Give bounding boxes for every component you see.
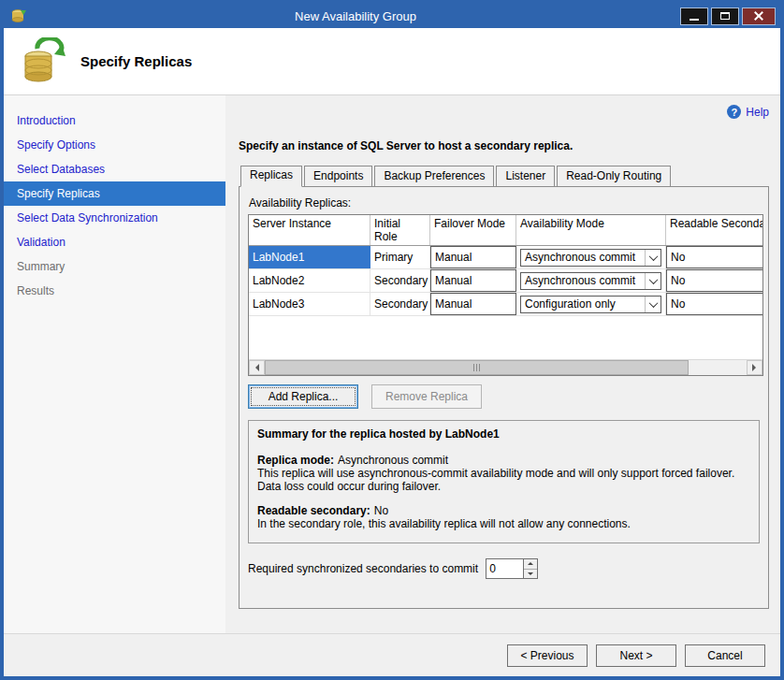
availability-group-icon bbox=[19, 37, 65, 86]
tab-endpoints[interactable]: Endpoints bbox=[304, 166, 372, 187]
availability-mode-dropdown[interactable]: Asynchronous commit bbox=[520, 249, 661, 267]
add-replica-button[interactable]: Add Replica... bbox=[248, 384, 358, 409]
scroll-left-button[interactable] bbox=[249, 360, 265, 375]
cell-server-instance[interactable]: LabNode1 bbox=[249, 246, 370, 268]
cell-readable-secondary[interactable]: No bbox=[666, 269, 763, 292]
cell-initial-role[interactable]: Secondary bbox=[370, 269, 430, 292]
grid-empty-area bbox=[249, 316, 763, 359]
cell-initial-role[interactable]: Primary bbox=[370, 246, 430, 268]
replica-row-labnode1[interactable]: LabNode1 Primary Manual Asynchronous com… bbox=[249, 246, 763, 269]
window-title: New Availability Group bbox=[31, 9, 680, 23]
required-secondaries-input[interactable] bbox=[486, 558, 523, 579]
cell-server-instance[interactable]: LabNode3 bbox=[249, 293, 370, 315]
replicas-tab-panel: Availability Replicas: Server Instance I… bbox=[239, 186, 769, 609]
cell-initial-role[interactable]: Secondary bbox=[370, 293, 430, 315]
chevron-down-icon[interactable] bbox=[645, 297, 661, 312]
replica-summary-panel: Summary for the replica hosted by LabNod… bbox=[248, 420, 760, 543]
required-secondaries-stepper bbox=[486, 558, 538, 579]
help-icon: ? bbox=[727, 105, 741, 119]
wizard-steps-sidebar: Introduction Specify Options Select Data… bbox=[4, 95, 225, 633]
replica-row-labnode3[interactable]: LabNode3 Secondary Manual Configuration … bbox=[249, 293, 763, 316]
tab-backup-preferences[interactable]: Backup Preferences bbox=[374, 166, 494, 187]
sidebar-item-results: Results bbox=[4, 279, 225, 303]
column-header-readable-secondary: Readable Secondary bbox=[666, 215, 763, 245]
replica-mode-value: Asynchronous commit bbox=[338, 454, 448, 467]
arrow-left-icon bbox=[252, 364, 259, 371]
summary-title: Summary for the replica hosted by LabNod… bbox=[257, 427, 750, 441]
scroll-right-button[interactable] bbox=[747, 360, 762, 375]
column-header-failover-mode: Failover Mode bbox=[430, 215, 516, 245]
cell-readable-secondary[interactable]: No bbox=[666, 293, 763, 315]
dropdown-value: Configuration only bbox=[525, 297, 616, 311]
tab-read-only-routing[interactable]: Read-Only Routing bbox=[557, 166, 671, 187]
tab-replicas[interactable]: Replicas bbox=[240, 166, 302, 187]
cancel-button[interactable]: Cancel bbox=[685, 644, 765, 667]
sidebar-item-select-data-synchronization[interactable]: Select Data Synchronization bbox=[4, 206, 225, 230]
sidebar-item-select-databases[interactable]: Select Databases bbox=[4, 157, 225, 181]
arrow-right-icon bbox=[752, 364, 760, 371]
title-bar: New Availability Group bbox=[4, 4, 780, 28]
grid-header-row: Server Instance Initial Role Failover Mo… bbox=[249, 215, 763, 246]
minimize-icon bbox=[690, 19, 699, 21]
dropdown-value: Asynchronous commit bbox=[525, 251, 635, 264]
cell-availability-mode: Configuration only bbox=[516, 293, 666, 315]
wizard-footer: < Previous Next > Cancel bbox=[4, 633, 780, 676]
chevron-down-icon[interactable] bbox=[645, 273, 661, 289]
wizard-header: Specify Replicas bbox=[4, 28, 780, 95]
minimize-button[interactable] bbox=[680, 7, 708, 25]
main-content: ? Help Specify an instance of SQL Server… bbox=[225, 95, 780, 633]
replica-mode-description: This replica will use asynchronous-commi… bbox=[257, 467, 750, 493]
dropdown-value: Asynchronous commit bbox=[525, 274, 635, 287]
wizard-window: New Availability Group Specify Replicas … bbox=[0, 0, 784, 680]
availability-mode-dropdown[interactable]: Configuration only bbox=[520, 296, 661, 313]
scrollbar-track[interactable] bbox=[265, 360, 747, 375]
replica-mode-label: Replica mode: bbox=[257, 454, 334, 467]
help-link[interactable]: Help bbox=[746, 106, 769, 119]
stepper-down-button[interactable] bbox=[524, 570, 537, 579]
readable-secondary-description: In the secondary role, this availability… bbox=[257, 517, 750, 530]
horizontal-scrollbar[interactable] bbox=[249, 359, 762, 375]
sidebar-item-introduction[interactable]: Introduction bbox=[4, 109, 225, 133]
readable-secondary-label: Readable secondary: bbox=[257, 504, 370, 517]
next-button[interactable]: Next > bbox=[596, 644, 676, 667]
sidebar-item-summary: Summary bbox=[4, 254, 225, 279]
column-header-initial-role: Initial Role bbox=[370, 215, 430, 245]
cell-readable-secondary[interactable]: No bbox=[666, 246, 763, 268]
cell-failover-mode[interactable]: Manual bbox=[430, 269, 516, 292]
close-icon bbox=[754, 11, 763, 21]
app-icon bbox=[10, 8, 27, 23]
cell-availability-mode: Asynchronous commit bbox=[516, 246, 666, 268]
maximize-button[interactable] bbox=[711, 7, 739, 25]
instruction-text: Specify an instance of SQL Server to hos… bbox=[239, 139, 769, 152]
page-title: Specify Replicas bbox=[80, 53, 192, 69]
cell-failover-mode[interactable]: Manual bbox=[430, 293, 516, 315]
cell-failover-mode[interactable]: Manual bbox=[430, 246, 516, 268]
chevron-down-icon[interactable] bbox=[645, 250, 661, 266]
availability-mode-dropdown[interactable]: Asynchronous commit bbox=[520, 272, 661, 290]
sidebar-item-specify-options[interactable]: Specify Options bbox=[4, 133, 225, 157]
column-header-availability-mode: Availability Mode bbox=[516, 215, 666, 245]
tab-strip: Replicas Endpoints Backup Preferences Li… bbox=[239, 166, 769, 187]
sidebar-item-specify-replicas[interactable]: Specify Replicas bbox=[4, 181, 225, 206]
required-secondaries-label: Required synchronized secondaries to com… bbox=[248, 562, 478, 575]
previous-button[interactable]: < Previous bbox=[507, 644, 588, 667]
remove-replica-button: Remove Replica bbox=[371, 384, 482, 409]
close-button[interactable] bbox=[742, 7, 776, 25]
cell-availability-mode: Asynchronous commit bbox=[516, 269, 666, 292]
column-header-server-instance: Server Instance bbox=[249, 215, 370, 245]
maximize-icon bbox=[720, 12, 730, 20]
availability-replicas-grid: Server Instance Initial Role Failover Mo… bbox=[248, 214, 763, 376]
arrow-down-icon bbox=[528, 572, 533, 578]
stepper-up-button[interactable] bbox=[524, 559, 537, 570]
cell-server-instance[interactable]: LabNode2 bbox=[249, 269, 370, 292]
arrow-up-icon bbox=[528, 559, 533, 565]
replica-row-labnode2[interactable]: LabNode2 Secondary Manual Asynchronous c… bbox=[249, 269, 763, 293]
sidebar-item-validation[interactable]: Validation bbox=[4, 230, 225, 254]
readable-secondary-value: No bbox=[374, 504, 388, 517]
tab-listener[interactable]: Listener bbox=[496, 166, 555, 187]
availability-replicas-label: Availability Replicas: bbox=[249, 196, 760, 210]
scrollbar-thumb[interactable] bbox=[265, 360, 689, 375]
